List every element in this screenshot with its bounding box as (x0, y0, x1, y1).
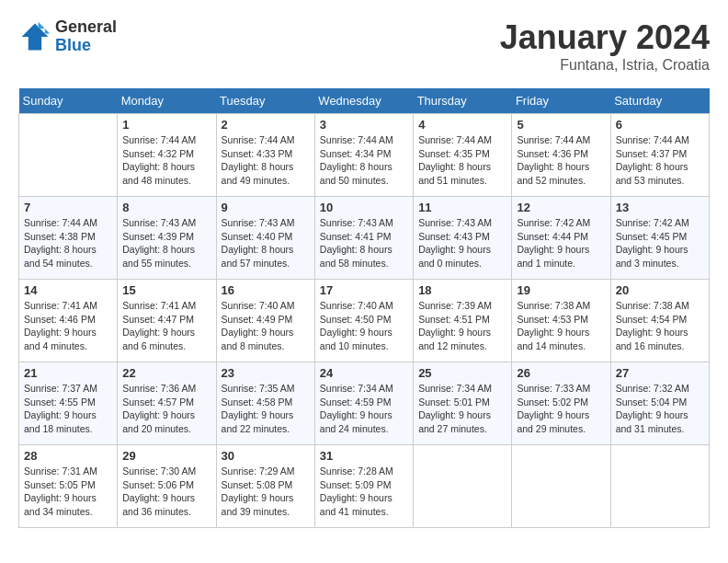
calendar-cell: 8 Sunrise: 7:43 AMSunset: 4:39 PMDayligh… (118, 197, 216, 280)
day-number: 18 (418, 283, 506, 297)
day-info: Sunrise: 7:44 AMSunset: 4:38 PMDaylight:… (24, 216, 112, 270)
calendar-cell (414, 445, 512, 528)
logo-general-text: General (55, 18, 117, 37)
location: Funtana, Istria, Croatia (500, 57, 710, 74)
day-number: 28 (24, 449, 112, 463)
calendar-cell: 2 Sunrise: 7:44 AMSunset: 4:33 PMDayligh… (216, 114, 314, 197)
day-number: 20 (616, 283, 704, 297)
day-number: 2 (222, 118, 310, 132)
title-block: January 2024 Funtana, Istria, Croatia (500, 18, 710, 74)
day-info: Sunrise: 7:43 AMSunset: 4:39 PMDaylight:… (122, 216, 210, 270)
day-number: 1 (122, 118, 210, 132)
day-number: 25 (418, 366, 506, 380)
calendar-cell: 23 Sunrise: 7:35 AMSunset: 4:58 PMDaylig… (216, 362, 314, 445)
calendar-cell (19, 114, 118, 197)
day-number: 11 (418, 201, 506, 214)
day-number: 10 (320, 201, 408, 214)
logo-blue-text: Blue (55, 37, 117, 55)
day-info: Sunrise: 7:43 AMSunset: 4:41 PMDaylight:… (320, 216, 408, 270)
calendar-cell (512, 445, 610, 528)
day-info: Sunrise: 7:43 AMSunset: 4:40 PMDaylight:… (222, 216, 310, 270)
calendar-cell: 13 Sunrise: 7:42 AMSunset: 4:45 PMDaylig… (610, 197, 709, 280)
day-number: 13 (616, 201, 704, 214)
day-info: Sunrise: 7:28 AMSunset: 5:09 PMDaylight:… (320, 465, 408, 519)
week-row-3: 14 Sunrise: 7:41 AMSunset: 4:46 PMDaylig… (19, 280, 710, 362)
day-info: Sunrise: 7:42 AMSunset: 4:44 PMDaylight:… (517, 216, 605, 270)
col-wednesday: Wednesday (314, 88, 413, 114)
day-number: 22 (122, 366, 210, 380)
calendar-cell: 16 Sunrise: 7:40 AMSunset: 4:49 PMDaylig… (216, 280, 314, 362)
day-info: Sunrise: 7:38 AMSunset: 4:53 PMDaylight:… (517, 299, 605, 353)
calendar-cell: 3 Sunrise: 7:44 AMSunset: 4:34 PMDayligh… (314, 114, 413, 197)
header-row: Sunday Monday Tuesday Wednesday Thursday… (19, 88, 710, 114)
day-number: 21 (24, 366, 112, 380)
logo-icon (18, 20, 51, 53)
logo-text: General Blue (55, 18, 117, 55)
day-number: 7 (24, 201, 112, 214)
day-info: Sunrise: 7:44 AMSunset: 4:32 PMDaylight:… (122, 133, 210, 188)
day-number: 15 (122, 283, 210, 297)
week-row-1: 1 Sunrise: 7:44 AMSunset: 4:32 PMDayligh… (19, 114, 710, 197)
calendar-cell: 17 Sunrise: 7:40 AMSunset: 4:50 PMDaylig… (314, 280, 413, 362)
svg-marker-0 (22, 23, 49, 50)
day-info: Sunrise: 7:42 AMSunset: 4:45 PMDaylight:… (616, 216, 704, 270)
day-info: Sunrise: 7:33 AMSunset: 5:02 PMDaylight:… (517, 382, 605, 436)
calendar-cell: 21 Sunrise: 7:37 AMSunset: 4:55 PMDaylig… (19, 362, 118, 445)
day-info: Sunrise: 7:44 AMSunset: 4:35 PMDaylight:… (418, 133, 506, 188)
day-info: Sunrise: 7:41 AMSunset: 4:46 PMDaylight:… (24, 299, 112, 353)
calendar-cell: 9 Sunrise: 7:43 AMSunset: 4:40 PMDayligh… (216, 197, 314, 280)
day-number: 12 (517, 201, 605, 214)
calendar-cell: 12 Sunrise: 7:42 AMSunset: 4:44 PMDaylig… (512, 197, 610, 280)
day-info: Sunrise: 7:44 AMSunset: 4:36 PMDaylight:… (517, 133, 605, 188)
day-number: 8 (122, 201, 210, 214)
calendar-cell: 18 Sunrise: 7:39 AMSunset: 4:51 PMDaylig… (414, 280, 512, 362)
day-info: Sunrise: 7:44 AMSunset: 4:34 PMDaylight:… (320, 133, 408, 188)
logo: General Blue (18, 18, 117, 55)
col-monday: Monday (118, 88, 216, 114)
calendar-cell: 19 Sunrise: 7:38 AMSunset: 4:53 PMDaylig… (512, 280, 610, 362)
day-info: Sunrise: 7:39 AMSunset: 4:51 PMDaylight:… (418, 299, 506, 353)
day-number: 14 (24, 283, 112, 297)
day-number: 31 (320, 449, 408, 463)
calendar-cell: 1 Sunrise: 7:44 AMSunset: 4:32 PMDayligh… (118, 114, 216, 197)
col-thursday: Thursday (414, 88, 512, 114)
col-saturday: Saturday (610, 88, 709, 114)
col-tuesday: Tuesday (216, 88, 314, 114)
day-number: 29 (122, 449, 210, 463)
day-number: 3 (320, 118, 408, 132)
col-sunday: Sunday (19, 88, 118, 114)
day-info: Sunrise: 7:44 AMSunset: 4:37 PMDaylight:… (616, 133, 704, 188)
calendar-table: Sunday Monday Tuesday Wednesday Thursday… (18, 88, 710, 528)
calendar-cell: 5 Sunrise: 7:44 AMSunset: 4:36 PMDayligh… (512, 114, 610, 197)
month-title: January 2024 (500, 18, 710, 57)
day-info: Sunrise: 7:30 AMSunset: 5:06 PMDaylight:… (122, 465, 210, 519)
calendar-cell: 4 Sunrise: 7:44 AMSunset: 4:35 PMDayligh… (414, 114, 512, 197)
calendar-cell: 14 Sunrise: 7:41 AMSunset: 4:46 PMDaylig… (19, 280, 118, 362)
day-info: Sunrise: 7:34 AMSunset: 5:01 PMDaylight:… (418, 382, 506, 436)
page-header: General Blue January 2024 Funtana, Istri… (18, 18, 710, 74)
day-number: 30 (222, 449, 310, 463)
col-friday: Friday (512, 88, 610, 114)
week-row-5: 28 Sunrise: 7:31 AMSunset: 5:05 PMDaylig… (19, 445, 710, 528)
day-info: Sunrise: 7:36 AMSunset: 4:57 PMDaylight:… (122, 382, 210, 436)
calendar-cell: 20 Sunrise: 7:38 AMSunset: 4:54 PMDaylig… (610, 280, 709, 362)
day-info: Sunrise: 7:43 AMSunset: 4:43 PMDaylight:… (418, 216, 506, 270)
calendar-cell: 11 Sunrise: 7:43 AMSunset: 4:43 PMDaylig… (414, 197, 512, 280)
calendar-cell: 26 Sunrise: 7:33 AMSunset: 5:02 PMDaylig… (512, 362, 610, 445)
day-info: Sunrise: 7:38 AMSunset: 4:54 PMDaylight:… (616, 299, 704, 353)
day-info: Sunrise: 7:32 AMSunset: 5:04 PMDaylight:… (616, 382, 704, 436)
day-info: Sunrise: 7:34 AMSunset: 4:59 PMDaylight:… (320, 382, 408, 436)
day-number: 27 (616, 366, 704, 380)
calendar-cell: 10 Sunrise: 7:43 AMSunset: 4:41 PMDaylig… (314, 197, 413, 280)
day-number: 24 (320, 366, 408, 380)
calendar-cell: 29 Sunrise: 7:30 AMSunset: 5:06 PMDaylig… (118, 445, 216, 528)
calendar-cell (610, 445, 709, 528)
day-info: Sunrise: 7:44 AMSunset: 4:33 PMDaylight:… (222, 133, 310, 188)
calendar-cell: 25 Sunrise: 7:34 AMSunset: 5:01 PMDaylig… (414, 362, 512, 445)
day-number: 23 (222, 366, 310, 380)
day-info: Sunrise: 7:40 AMSunset: 4:50 PMDaylight:… (320, 299, 408, 353)
day-number: 19 (517, 283, 605, 297)
day-info: Sunrise: 7:41 AMSunset: 4:47 PMDaylight:… (122, 299, 210, 353)
day-number: 16 (222, 283, 310, 297)
calendar-cell: 24 Sunrise: 7:34 AMSunset: 4:59 PMDaylig… (314, 362, 413, 445)
